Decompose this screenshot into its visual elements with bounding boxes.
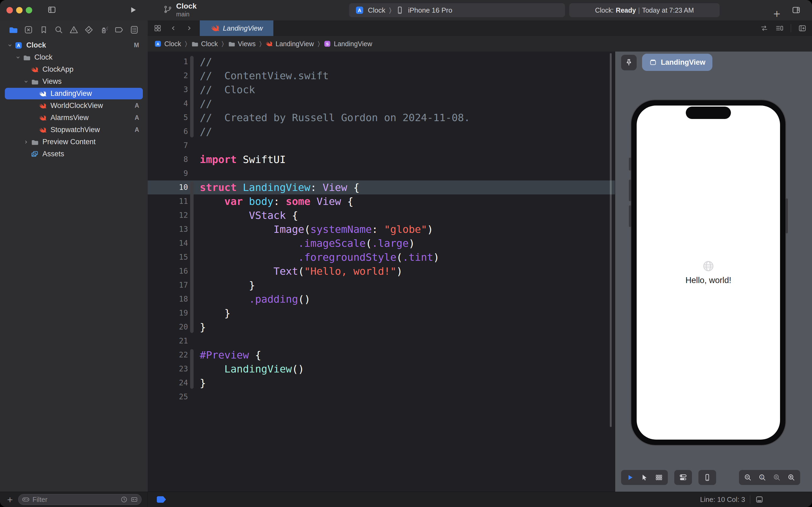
preview-screen[interactable]: Hello, world! bbox=[637, 106, 780, 440]
navigator-tab-issues-icon[interactable] bbox=[68, 24, 79, 35]
filter-field[interactable]: Filter bbox=[18, 494, 141, 505]
sidebar-toggle-icon[interactable] bbox=[47, 5, 56, 14]
code-line-14[interactable]: 14 .imageScale(.large) bbox=[148, 236, 615, 250]
line-number[interactable]: 4 bbox=[148, 97, 188, 111]
line-number[interactable]: 15 bbox=[148, 250, 188, 264]
add-file-button[interactable]: ＋ bbox=[0, 493, 18, 506]
navigator-tab-tests-icon[interactable] bbox=[83, 24, 94, 35]
breadcrumb-item-landingview[interactable]: LandingView bbox=[265, 40, 314, 48]
code-line-24[interactable]: 24} bbox=[148, 376, 615, 390]
line-number[interactable]: 17 bbox=[148, 278, 188, 292]
flagged-files-icon[interactable] bbox=[130, 496, 138, 503]
code-text[interactable]: } bbox=[196, 306, 230, 320]
minimize-button[interactable] bbox=[16, 7, 22, 13]
code-text[interactable]: .foregroundStyle(.tint) bbox=[196, 250, 439, 264]
close-button[interactable] bbox=[6, 7, 13, 13]
back-button[interactable] bbox=[169, 23, 178, 33]
zoom-button[interactable] bbox=[26, 7, 32, 13]
sidebar-item-alarmsview[interactable]: AlarmsViewA bbox=[0, 112, 148, 124]
code-text[interactable] bbox=[196, 167, 200, 180]
code-line-17[interactable]: 17 } bbox=[148, 278, 615, 292]
code-text[interactable]: // bbox=[196, 125, 212, 138]
code-line-20[interactable]: 20} bbox=[148, 320, 615, 334]
line-number[interactable]: 10 bbox=[148, 180, 188, 194]
code-text[interactable]: VStack { bbox=[196, 208, 298, 222]
code-line-1[interactable]: 1// bbox=[148, 55, 615, 69]
navigator-tab-find-icon[interactable] bbox=[53, 24, 64, 35]
related-items-icon[interactable] bbox=[154, 24, 162, 32]
line-number[interactable]: 21 bbox=[148, 334, 188, 348]
editor-scrollbar[interactable] bbox=[610, 53, 612, 427]
code-text[interactable] bbox=[196, 138, 200, 153]
line-number[interactable]: 7 bbox=[148, 138, 188, 153]
code-text[interactable]: .imageScale(.large) bbox=[196, 236, 415, 250]
sidebar-item-views[interactable]: Views bbox=[0, 75, 148, 88]
navigator-tab-source-control-changes-icon[interactable] bbox=[23, 24, 34, 35]
scheme-selector[interactable]: A Clock 〉 iPhone 16 Pro bbox=[349, 3, 565, 17]
line-number[interactable]: 3 bbox=[148, 83, 188, 97]
line-number[interactable]: 19 bbox=[148, 306, 188, 320]
code-line-11[interactable]: 11 var body: some View { bbox=[148, 194, 615, 208]
variants-button[interactable] bbox=[652, 470, 666, 485]
line-number[interactable]: 20 bbox=[148, 320, 188, 334]
sidebar-item-landingview[interactable]: LandingView bbox=[0, 88, 148, 100]
sidebar-item-preview-content[interactable]: Preview Content bbox=[0, 136, 148, 148]
code-line-13[interactable]: 13 Image(systemName: "globe") bbox=[148, 222, 615, 236]
source-editor[interactable]: 1//2// ContentView.swift3// Clock4//5// … bbox=[148, 52, 615, 492]
line-number[interactable]: 8 bbox=[148, 153, 188, 167]
code-line-3[interactable]: 3// Clock bbox=[148, 83, 615, 97]
line-number[interactable]: 22 bbox=[148, 348, 188, 362]
line-number[interactable]: 5 bbox=[148, 111, 188, 125]
code-text[interactable] bbox=[196, 334, 200, 348]
zoom-actual-button[interactable]: 1 bbox=[755, 470, 769, 485]
code-text[interactable]: LandingView() bbox=[196, 362, 304, 376]
code-text[interactable]: // ContentView.swift bbox=[196, 69, 329, 83]
code-line-16[interactable]: 16 Text("Hello, world!") bbox=[148, 264, 615, 278]
code-line-7[interactable]: 7 bbox=[148, 138, 615, 153]
navigator-tab-reports-icon[interactable] bbox=[129, 24, 139, 35]
disclosure-down-icon[interactable] bbox=[13, 54, 22, 61]
line-number[interactable]: 14 bbox=[148, 236, 188, 250]
code-text[interactable]: // bbox=[196, 55, 212, 69]
disclosure-down-icon[interactable] bbox=[5, 42, 14, 49]
zoom-out-button[interactable] bbox=[741, 470, 755, 485]
code-text[interactable]: Text("Hello, world!") bbox=[196, 264, 403, 278]
sidebar-item-stopwatchview[interactable]: StopwatchViewA bbox=[0, 124, 148, 136]
sidebar-item-worldclockview[interactable]: WorldClockViewA bbox=[0, 100, 148, 112]
tab-landingview[interactable]: LandingView bbox=[200, 20, 273, 36]
code-text[interactable]: // Created by Russell Gordon on 2024-11-… bbox=[196, 111, 470, 125]
run-button[interactable] bbox=[128, 5, 137, 14]
line-number[interactable]: 18 bbox=[148, 292, 188, 306]
code-line-10[interactable]: 10struct LandingView: View { bbox=[148, 180, 615, 194]
breadcrumb-item-landingview[interactable]: SLandingView bbox=[324, 40, 372, 48]
sidebar-item-clockapp[interactable]: ClockApp bbox=[0, 63, 148, 75]
line-number[interactable]: 23 bbox=[148, 362, 188, 376]
breadcrumb-item-views[interactable]: Views bbox=[228, 40, 255, 48]
bookmark-tag-icon[interactable] bbox=[157, 496, 166, 503]
code-text[interactable]: #Preview { bbox=[196, 348, 261, 362]
line-number[interactable]: 13 bbox=[148, 222, 188, 236]
line-number[interactable]: 6 bbox=[148, 125, 188, 138]
code-text[interactable]: // Clock bbox=[196, 83, 255, 97]
code-line-5[interactable]: 5// Created by Russell Gordon on 2024-11… bbox=[148, 111, 615, 125]
disclosure-right-icon[interactable] bbox=[21, 138, 31, 146]
line-number[interactable]: 16 bbox=[148, 264, 188, 278]
code-text[interactable]: } bbox=[196, 376, 206, 390]
code-line-21[interactable]: 21 bbox=[148, 334, 615, 348]
navigator-tab-project-navigator-icon[interactable] bbox=[8, 24, 19, 35]
code-review-icon[interactable] bbox=[760, 24, 768, 32]
scheme-target[interactable]: Clock bbox=[368, 6, 385, 14]
pointer-button[interactable] bbox=[637, 470, 652, 485]
code-line-12[interactable]: 12 VStack { bbox=[148, 208, 615, 222]
activity-status[interactable]: Clock: Ready | Today at 7:23 AM bbox=[569, 3, 719, 17]
code-line-6[interactable]: 6// bbox=[148, 125, 615, 138]
code-text[interactable] bbox=[196, 390, 200, 404]
code-text[interactable]: // bbox=[196, 97, 212, 111]
code-line-9[interactable]: 9 bbox=[148, 167, 615, 180]
device-settings-button[interactable] bbox=[676, 470, 690, 485]
preview-target-chip[interactable]: LandingView bbox=[642, 54, 712, 71]
library-add-button[interactable]: ＋ bbox=[771, 6, 782, 21]
editor-settings-icon[interactable] bbox=[755, 495, 764, 504]
play-button[interactable] bbox=[623, 470, 637, 485]
filter-menu-icon[interactable] bbox=[22, 496, 30, 504]
